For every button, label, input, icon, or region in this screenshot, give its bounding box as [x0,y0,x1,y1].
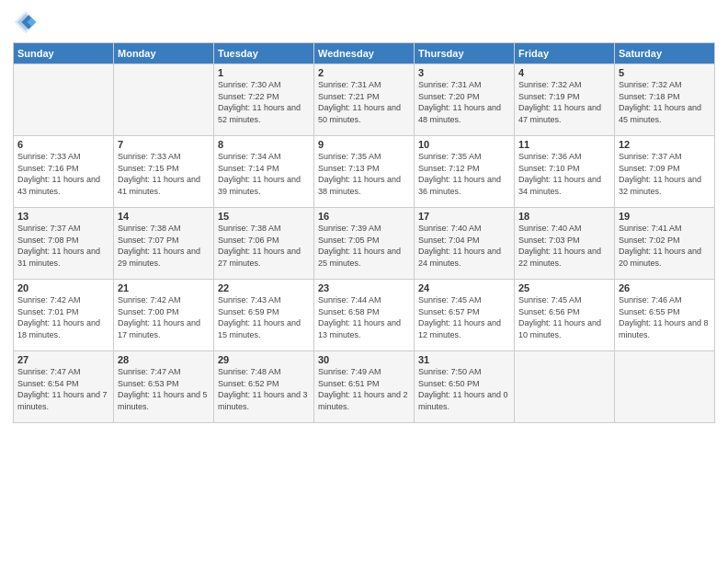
day-info: Sunrise: 7:45 AMSunset: 6:57 PMDaylight:… [418,294,510,340]
day-info: Sunrise: 7:32 AMSunset: 7:18 PMDaylight:… [619,79,711,125]
day-number: 16 [318,211,410,222]
day-number: 26 [619,282,711,293]
day-number: 24 [418,282,510,293]
col-header-wednesday: Wednesday [314,43,415,64]
day-cell [515,351,615,423]
day-cell: 27Sunrise: 7:47 AMSunset: 6:54 PMDayligh… [14,351,114,423]
day-info: Sunrise: 7:39 AMSunset: 7:05 PMDaylight:… [318,223,410,269]
day-number: 14 [118,211,210,222]
day-info: Sunrise: 7:33 AMSunset: 7:16 PMDaylight:… [17,151,109,197]
col-header-thursday: Thursday [415,43,515,64]
day-info: Sunrise: 7:46 AMSunset: 6:55 PMDaylight:… [619,294,711,340]
col-header-sunday: Sunday [14,43,114,64]
day-cell [615,351,715,423]
col-header-saturday: Saturday [615,43,715,64]
day-number: 31 [418,354,510,365]
day-number: 22 [218,282,310,293]
day-number: 4 [518,67,610,78]
day-cell: 15Sunrise: 7:38 AMSunset: 7:06 PMDayligh… [214,208,314,280]
day-cell: 22Sunrise: 7:43 AMSunset: 6:59 PMDayligh… [214,280,314,351]
col-header-monday: Monday [114,43,214,64]
day-info: Sunrise: 7:43 AMSunset: 6:59 PMDaylight:… [218,294,310,340]
day-number: 18 [518,211,610,222]
day-cell: 21Sunrise: 7:42 AMSunset: 7:00 PMDayligh… [114,280,214,351]
day-info: Sunrise: 7:49 AMSunset: 6:51 PMDaylight:… [318,366,410,412]
day-cell [114,64,214,136]
day-info: Sunrise: 7:36 AMSunset: 7:10 PMDaylight:… [518,151,610,197]
day-info: Sunrise: 7:30 AMSunset: 7:22 PMDaylight:… [218,79,310,125]
day-number: 30 [318,354,410,365]
day-info: Sunrise: 7:32 AMSunset: 7:19 PMDaylight:… [518,79,610,125]
day-number: 2 [318,67,410,78]
day-cell: 31Sunrise: 7:50 AMSunset: 6:50 PMDayligh… [415,351,515,423]
day-info: Sunrise: 7:47 AMSunset: 6:54 PMDaylight:… [17,366,109,412]
day-cell: 8Sunrise: 7:34 AMSunset: 7:14 PMDaylight… [214,136,314,208]
week-row-4: 20Sunrise: 7:42 AMSunset: 7:01 PMDayligh… [14,280,715,351]
day-number: 21 [118,282,210,293]
day-number: 28 [118,354,210,365]
day-cell: 13Sunrise: 7:37 AMSunset: 7:08 PMDayligh… [14,208,114,280]
day-number: 29 [218,354,310,365]
day-number: 8 [218,139,310,150]
day-number: 23 [318,282,410,293]
day-cell: 26Sunrise: 7:46 AMSunset: 6:55 PMDayligh… [615,280,715,351]
day-cell: 30Sunrise: 7:49 AMSunset: 6:51 PMDayligh… [314,351,415,423]
day-number: 19 [619,211,711,222]
calendar-table: SundayMondayTuesdayWednesdayThursdayFrid… [13,42,715,423]
day-cell: 1Sunrise: 7:30 AMSunset: 7:22 PMDaylight… [214,64,314,136]
day-cell: 29Sunrise: 7:48 AMSunset: 6:52 PMDayligh… [214,351,314,423]
day-cell: 17Sunrise: 7:40 AMSunset: 7:04 PMDayligh… [415,208,515,280]
day-number: 12 [619,139,711,150]
week-row-3: 13Sunrise: 7:37 AMSunset: 7:08 PMDayligh… [14,208,715,280]
week-row-5: 27Sunrise: 7:47 AMSunset: 6:54 PMDayligh… [14,351,715,423]
day-info: Sunrise: 7:48 AMSunset: 6:52 PMDaylight:… [218,366,310,412]
day-info: Sunrise: 7:37 AMSunset: 7:09 PMDaylight:… [619,151,711,197]
header-row: SundayMondayTuesdayWednesdayThursdayFrid… [14,43,715,64]
logo-icon [13,9,39,35]
day-number: 15 [218,211,310,222]
day-cell: 18Sunrise: 7:40 AMSunset: 7:03 PMDayligh… [515,208,615,280]
day-number: 25 [518,282,610,293]
day-cell: 19Sunrise: 7:41 AMSunset: 7:02 PMDayligh… [615,208,715,280]
header [13,9,715,35]
day-number: 11 [518,139,610,150]
day-cell: 9Sunrise: 7:35 AMSunset: 7:13 PMDaylight… [314,136,415,208]
day-cell [14,64,114,136]
day-number: 17 [418,211,510,222]
day-info: Sunrise: 7:42 AMSunset: 7:01 PMDaylight:… [17,294,109,340]
day-info: Sunrise: 7:44 AMSunset: 6:58 PMDaylight:… [318,294,410,340]
day-cell: 3Sunrise: 7:31 AMSunset: 7:20 PMDaylight… [415,64,515,136]
day-cell: 12Sunrise: 7:37 AMSunset: 7:09 PMDayligh… [615,136,715,208]
day-info: Sunrise: 7:31 AMSunset: 7:20 PMDaylight:… [418,79,510,125]
day-cell: 5Sunrise: 7:32 AMSunset: 7:18 PMDaylight… [615,64,715,136]
day-info: Sunrise: 7:33 AMSunset: 7:15 PMDaylight:… [118,151,210,197]
day-info: Sunrise: 7:35 AMSunset: 7:13 PMDaylight:… [318,151,410,197]
day-number: 3 [418,67,510,78]
day-cell: 25Sunrise: 7:45 AMSunset: 6:56 PMDayligh… [515,280,615,351]
week-row-1: 1Sunrise: 7:30 AMSunset: 7:22 PMDaylight… [14,64,715,136]
day-cell: 14Sunrise: 7:38 AMSunset: 7:07 PMDayligh… [114,208,214,280]
day-number: 7 [118,139,210,150]
day-number: 9 [318,139,410,150]
day-info: Sunrise: 7:45 AMSunset: 6:56 PMDaylight:… [518,294,610,340]
day-number: 27 [17,354,109,365]
day-number: 13 [17,211,109,222]
day-info: Sunrise: 7:35 AMSunset: 7:12 PMDaylight:… [418,151,510,197]
day-info: Sunrise: 7:38 AMSunset: 7:06 PMDaylight:… [218,223,310,269]
day-info: Sunrise: 7:41 AMSunset: 7:02 PMDaylight:… [619,223,711,269]
day-info: Sunrise: 7:34 AMSunset: 7:14 PMDaylight:… [218,151,310,197]
day-cell: 23Sunrise: 7:44 AMSunset: 6:58 PMDayligh… [314,280,415,351]
col-header-friday: Friday [515,43,615,64]
day-cell: 28Sunrise: 7:47 AMSunset: 6:53 PMDayligh… [114,351,214,423]
day-cell: 20Sunrise: 7:42 AMSunset: 7:01 PMDayligh… [14,280,114,351]
col-header-tuesday: Tuesday [214,43,314,64]
day-info: Sunrise: 7:31 AMSunset: 7:21 PMDaylight:… [318,79,410,125]
day-cell: 11Sunrise: 7:36 AMSunset: 7:10 PMDayligh… [515,136,615,208]
day-number: 20 [17,282,109,293]
day-cell: 16Sunrise: 7:39 AMSunset: 7:05 PMDayligh… [314,208,415,280]
day-info: Sunrise: 7:42 AMSunset: 7:00 PMDaylight:… [118,294,210,340]
day-number: 5 [619,67,711,78]
day-info: Sunrise: 7:40 AMSunset: 7:04 PMDaylight:… [418,223,510,269]
day-number: 10 [418,139,510,150]
calendar-page: SundayMondayTuesdayWednesdayThursdayFrid… [0,0,728,563]
